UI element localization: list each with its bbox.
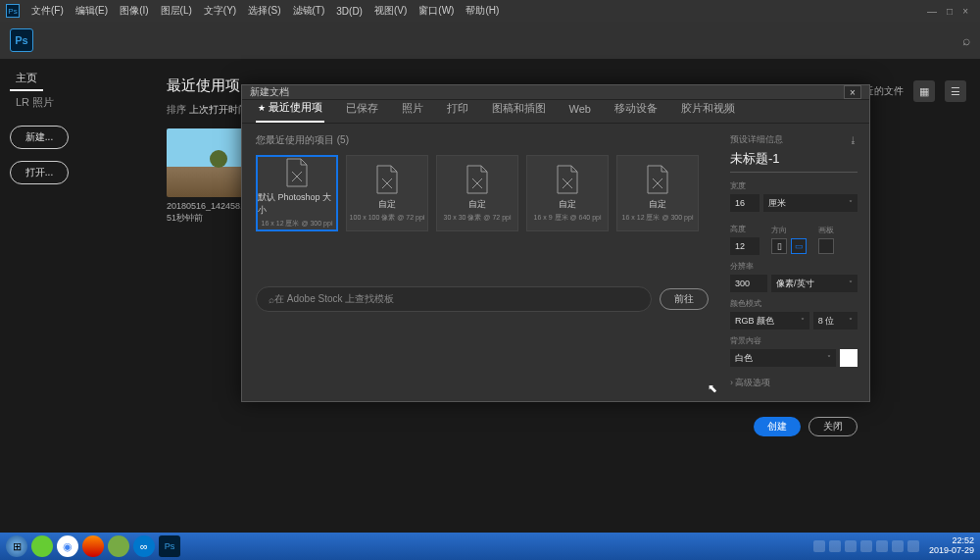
dialog-titlebar: 新建文档 × (242, 85, 869, 100)
create-button[interactable]: 创建 (754, 417, 801, 436)
preset-name: 自定 (649, 198, 666, 211)
close-button[interactable]: 关闭 (808, 417, 858, 436)
menu-edit[interactable]: 编辑(E) (70, 4, 114, 18)
window-max[interactable]: □ (947, 6, 953, 17)
preset-name: 自定 (378, 198, 396, 211)
open-button[interactable]: 打开... (10, 161, 69, 184)
tab-web[interactable]: Web (567, 103, 593, 121)
app-bar: Ps ⌕ (0, 22, 980, 59)
taskbar-clock[interactable]: 22:52 2019-07-29 (929, 536, 974, 556)
search-icon[interactable]: ⌕ (962, 32, 970, 48)
preset-custom-3[interactable]: 自定 16 x 9 厘米 @ 640 ppi (526, 155, 609, 231)
tray-icon[interactable] (876, 540, 888, 552)
dialog-close-icon[interactable]: × (844, 85, 861, 99)
color-mode-select[interactable]: RGB 颜色˅ (730, 312, 809, 330)
dialog-tabs: 最近使用项 已保存 照片 打印 图稿和插图 Web 移动设备 胶片和视频 (242, 100, 869, 124)
menu-view[interactable]: 视图(V) (368, 4, 413, 18)
tab-photo[interactable]: 照片 (400, 101, 425, 122)
taskbar-photoshop[interactable]: Ps (159, 535, 180, 557)
bg-select[interactable]: 白色˅ (730, 349, 836, 367)
window-min[interactable]: — (927, 6, 937, 17)
taskbar-app-4[interactable]: ∞ (133, 535, 155, 557)
preset-default[interactable]: 默认 Photoshop 大小 16 x 12 厘米 @ 300 ppi (256, 155, 338, 231)
window-close[interactable]: × (962, 6, 968, 17)
orient-portrait[interactable]: ▯ (771, 238, 787, 254)
height-label: 高度 (730, 224, 760, 234)
tab-art[interactable]: 图稿和插图 (490, 101, 548, 122)
new-document-dialog: 新建文档 × 最近使用项 已保存 照片 打印 图稿和插图 Web 移动设备 胶片… (241, 84, 870, 402)
preset-custom-2[interactable]: 自定 30 x 30 像素 @ 72 ppi (436, 155, 518, 231)
stock-go-button[interactable]: 前往 (660, 288, 709, 310)
menu-window[interactable]: 窗口(W) (413, 4, 460, 18)
res-label: 分辨率 (730, 261, 858, 272)
document-icon (645, 165, 670, 194)
tray-icon[interactable] (892, 540, 904, 552)
preset-custom-4[interactable]: 自定 16 x 12 厘米 @ 300 ppi (616, 155, 699, 231)
res-input[interactable]: 300 (730, 275, 767, 292)
details-header: 预设详细信息 (730, 133, 783, 146)
artboard-label: 画板 (818, 225, 834, 235)
preset-name: 自定 (468, 198, 486, 211)
width-input[interactable]: 16 (730, 194, 760, 212)
preset-custom-1[interactable]: 自定 100 x 100 像素 @ 72 ppi (346, 155, 428, 231)
new-button[interactable]: 新建... (10, 126, 69, 149)
menu-image[interactable]: 图像(I) (114, 4, 154, 18)
sort-label: 排序 (167, 104, 186, 115)
grid-view-button[interactable]: ▦ (913, 80, 935, 102)
tab-print[interactable]: 打印 (445, 101, 470, 122)
start-button[interactable]: ⊞ (6, 535, 27, 557)
menu-select[interactable]: 选择(S) (242, 4, 286, 18)
menu-help[interactable]: 帮助(H) (460, 4, 505, 18)
tab-recent[interactable]: 最近使用项 (256, 100, 324, 123)
taskbar-chrome[interactable]: ◉ (57, 535, 78, 557)
app-icon-small: Ps (6, 4, 20, 18)
menu-layer[interactable]: 图层(L) (155, 4, 198, 18)
tray-icon[interactable] (845, 540, 857, 552)
stock-placeholder: 在 Adobe Stock 上查找模板 (274, 292, 394, 306)
sidebar-tab-lr[interactable]: LR 照片 (10, 91, 147, 114)
tray-icon[interactable] (860, 540, 872, 552)
sidebar: 主页 LR 照片 新建... 打开... (10, 67, 147, 184)
doc-name-field[interactable]: 未标题-1 (730, 150, 858, 173)
sort-value[interactable]: 上次打开时间 (189, 104, 248, 115)
menu-type[interactable]: 文字(Y) (198, 4, 242, 18)
tray-icon[interactable] (813, 540, 825, 552)
preset-sub: 100 x 100 像素 @ 72 ppi (350, 213, 425, 223)
bg-swatch[interactable] (840, 349, 858, 367)
taskbar: ⊞ ◉ ∞ Ps 22:52 2019-07-29 (0, 533, 980, 560)
menu-bar: Ps 文件(F) 编辑(E) 图像(I) 图层(L) 文字(Y) 选择(S) 滤… (0, 0, 980, 22)
taskbar-app-3[interactable] (108, 535, 129, 557)
tab-film[interactable]: 胶片和视频 (679, 101, 737, 122)
tray-icon[interactable] (829, 540, 841, 552)
menu-file[interactable]: 文件(F) (25, 4, 70, 18)
height-input[interactable]: 12 (730, 237, 760, 255)
width-unit-select[interactable]: 厘米˅ (763, 194, 858, 212)
save-preset-icon[interactable]: ⭳ (849, 135, 858, 145)
artboard-checkbox[interactable] (818, 238, 834, 254)
sidebar-tab-home[interactable]: 主页 (10, 67, 43, 91)
presets-header: 您最近使用的项目 (5) (256, 133, 709, 147)
width-label: 宽度 (730, 180, 858, 191)
orient-label: 方向 (771, 225, 807, 235)
document-icon (284, 158, 310, 187)
stock-search-input[interactable]: ⌕ 在 Adobe Stock 上查找模板 (256, 286, 652, 312)
list-view-button[interactable]: ☰ (945, 80, 966, 102)
preset-sub: 30 x 30 像素 @ 72 ppi (444, 213, 512, 223)
tab-saved[interactable]: 已保存 (344, 101, 380, 122)
menu-3d[interactable]: 3D(D) (330, 6, 368, 17)
menu-filter[interactable]: 滤镜(T) (287, 4, 331, 18)
clock-date: 2019-07-29 (929, 546, 974, 556)
details-panel: 预设详细信息 ⭳ 未标题-1 宽度 16 厘米˅ 高度 12 方向 ▯ ▭ (722, 124, 869, 446)
taskbar-app-2[interactable] (82, 535, 104, 557)
document-icon (555, 165, 580, 194)
tab-mobile[interactable]: 移动设备 (612, 101, 660, 122)
color-depth-select[interactable]: 8 位˅ (813, 312, 858, 330)
bg-label: 背景内容 (730, 335, 858, 346)
advanced-toggle[interactable]: › 高级选项 (730, 377, 858, 389)
tray-icon[interactable] (907, 540, 919, 552)
res-unit-select[interactable]: 像素/英寸˅ (771, 275, 858, 292)
orient-landscape[interactable]: ▭ (791, 238, 807, 254)
document-icon (465, 165, 490, 194)
app-logo[interactable]: Ps (10, 28, 33, 52)
taskbar-app-1[interactable] (31, 535, 53, 557)
